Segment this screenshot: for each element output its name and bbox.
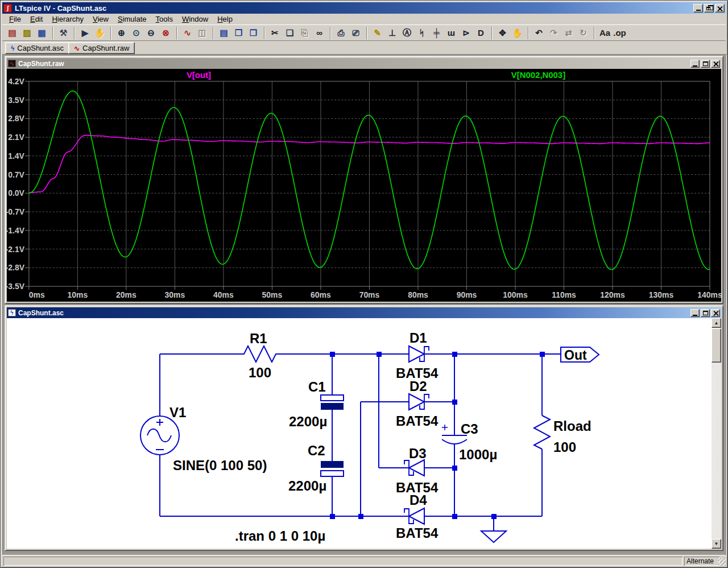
waveform-maximize-button[interactable] [701,60,710,68]
c1-name-label[interactable]: C1 [308,379,326,394]
restore-button[interactable] [704,4,714,13]
tile-horizontally-button[interactable]: ▤ [217,26,231,40]
d2-value-label[interactable]: BAT54 [396,413,439,429]
drag-button[interactable]: ✋ [510,26,524,40]
menu-window[interactable]: Window [177,14,213,24]
run-button[interactable]: ▶ [78,26,92,40]
schematic-minimize-button[interactable] [690,309,700,317]
waveform-plot[interactable]: 4.2V3.5V2.8V2.1V1.4V0.7V0.0V-0.7V-1.4V-2… [7,69,721,302]
capacitor-c2-symbol[interactable] [321,461,344,476]
place-component-button[interactable]: D [474,26,488,40]
zoom-area-button[interactable]: ⊙ [129,26,143,40]
label-net-button[interactable]: Ⓐ [400,26,414,40]
c3-name-label[interactable]: C3 [461,421,478,437]
d3-name-label[interactable]: D3 [409,446,427,461]
r1-name-label[interactable]: R1 [250,331,267,346]
autorange-y-axis-button[interactable]: ∿ [180,26,195,40]
menu-edit[interactable]: Edit [26,14,47,24]
wires [160,354,561,531]
out-net-label[interactable]: Out [564,348,587,363]
tab-capshunt-asc[interactable]: ϟ CapShunt.asc [5,42,69,54]
halt-button: ✋ [93,26,107,40]
menu-hierarchy[interactable]: Hierarchy [47,14,88,24]
v1-name-label[interactable]: V1 [169,405,186,420]
cut-button[interactable]: ✂ [268,26,282,40]
place-inductor-button[interactable]: ɯ [444,26,458,40]
trace-label-v-n002-n003-[interactable]: V[N002,N003] [511,70,565,80]
ground-symbol[interactable] [481,531,506,542]
waveform-window-titlebar[interactable]: ∿ CapShunt.raw [7,58,721,69]
control-panel-button[interactable]: ⚒ [56,26,71,40]
schematic-close-button[interactable] [711,309,720,317]
ltspice-app-icon: ʃ [3,4,12,13]
zoom-out-button[interactable]: ⊖ [144,26,158,40]
x-axis-tick-label: 70ms [359,290,380,299]
c3-value-label[interactable]: 1000µ [459,447,497,462]
close-button[interactable] [715,4,725,13]
open-file-button[interactable]: ▨ [20,26,34,40]
toolbar-separator [264,27,265,39]
rload-name-label[interactable]: Rload [553,418,592,434]
add-text-button[interactable]: Aa [598,26,612,40]
print-preview-button[interactable]: ⎚ [349,26,363,40]
menu-file[interactable]: File [5,14,26,24]
d1-name-label[interactable]: D1 [410,330,427,345]
schematic-vertical-scrollbar[interactable]: ▲ ▼ [712,318,721,549]
resize-grip[interactable] [718,558,726,566]
d2-name-label[interactable]: D2 [410,378,427,394]
tran-directive-label[interactable]: .tran 0 1 0 10µ [235,528,325,544]
scroll-up-button[interactable]: ▲ [712,318,721,328]
c2-name-label[interactable]: C2 [308,443,325,458]
draw-wire-button[interactable]: ✎ [370,26,384,40]
undo-button[interactable]: ↶ [532,26,546,40]
menu-help[interactable]: Help [213,14,237,24]
toolbar-separator [330,27,331,39]
resistor-r1-symbol[interactable] [239,346,279,362]
menu-view[interactable]: View [88,14,113,24]
pan-button: ◫ [195,26,209,40]
schematic-window-titlebar[interactable]: ϟ CapShunt.asc [7,307,721,318]
spice-directive-button[interactable]: .op [613,26,627,40]
r1-value-label[interactable]: 100 [249,365,271,380]
schematic-maximize-button[interactable] [701,309,710,317]
y-axis-tick-label: 0.0V [8,188,24,197]
d4-value-label[interactable]: BAT54 [396,525,439,541]
c1-value-label[interactable]: 2200µ [289,414,327,429]
place-ground-button[interactable]: ⊥ [385,26,399,40]
resistor-rload-symbol[interactable] [534,415,550,449]
waveform-plot-area[interactable]: 4.2V3.5V2.8V2.1V1.4V0.7V0.0V-0.7V-1.4V-2… [7,69,721,302]
y-axis-tick-label: 2.8V [8,114,24,123]
scrollbar-thumb[interactable] [712,328,721,363]
zoom-full-extents-button[interactable]: ⊗ [159,26,173,40]
save-button[interactable]: ▦ [35,26,49,40]
trace-label-v-out-[interactable]: V[out] [187,70,211,80]
scroll-down-button[interactable]: ▼ [712,539,721,549]
waveform-minimize-button[interactable] [690,60,700,68]
new-schematic-button[interactable]: ▤ [5,26,19,40]
copy-button[interactable]: ❏ [283,26,297,40]
tile-vertically-button[interactable]: ❐ [231,26,246,40]
zoom-in-button[interactable]: ⊕ [114,26,129,40]
minimize-button[interactable] [693,4,703,13]
d4-name-label[interactable]: D4 [410,492,427,508]
find-button[interactable]: ∞ [312,26,326,40]
place-resistor-button[interactable]: ᛋ [415,26,429,40]
place-diode-button[interactable]: ⊳ [459,26,473,40]
x-axis-tick-label: 0ms [29,290,45,299]
move-button[interactable]: ✥ [495,26,510,40]
v1-value-label[interactable]: SINE(0 100 50) [173,458,267,473]
voltage-source-v1-symbol[interactable] [140,416,179,455]
c2-value-label[interactable]: 2200µ [288,478,326,493]
waveform-close-button[interactable] [711,60,720,68]
capacitor-c1-symbol[interactable] [321,395,344,410]
tab-capshunt-raw[interactable]: ∿ CapShunt.raw [68,42,135,54]
place-capacitor-button[interactable]: ╪ [429,26,444,40]
schematic-canvas[interactable]: V1 SINE(0 100 50) R1 100 C1 2200µ C2 220… [7,318,721,549]
menu-tools[interactable]: Tools [151,14,177,24]
rload-value-label[interactable]: 100 [553,439,576,455]
menu-simulate[interactable]: Simulate [113,14,151,24]
status-mode-panel: Alternate [684,557,719,566]
cascade-windows-button[interactable]: ❒ [246,26,260,40]
minimize-icon [693,315,697,316]
print-button[interactable]: ⎙ [334,26,348,40]
